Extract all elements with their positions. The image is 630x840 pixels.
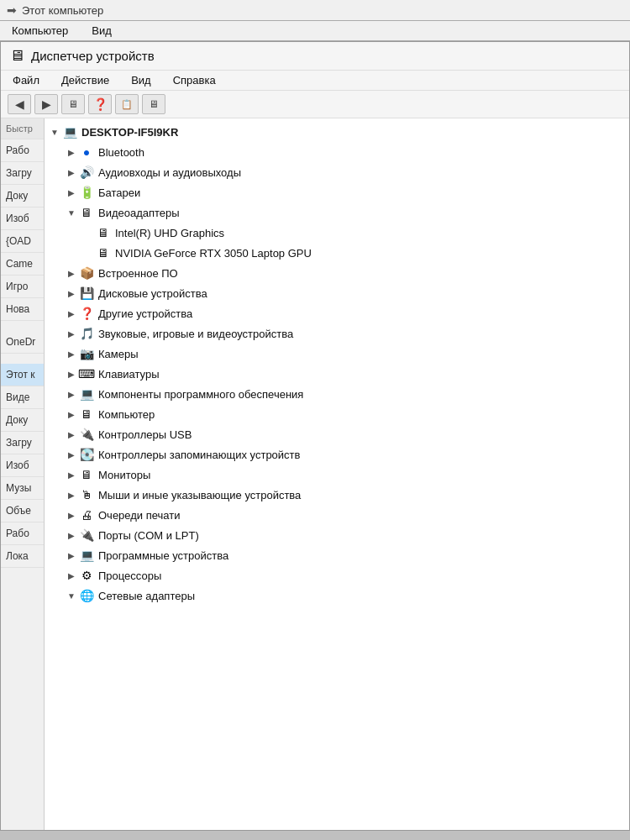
help-button[interactable]: ❓ <box>88 94 112 114</box>
monitors-label: Мониторы <box>98 469 150 481</box>
sidebar-item-2[interactable]: Доку <box>1 185 44 207</box>
keyboards-label: Клавиатуры <box>98 368 160 381</box>
battery-node[interactable]: ▶ 🔋 Батареи <box>45 182 629 202</box>
sidebar-item-objects[interactable]: Объе <box>1 500 44 522</box>
storage-controllers-expander[interactable]: ▶ <box>65 448 78 461</box>
audio-node[interactable]: ▶ 🔊 Аудиовходы и аудиовыходы <box>45 162 629 182</box>
cameras-node[interactable]: ▶ 📷 Камеры <box>45 344 629 364</box>
software-components-icon: 💻 <box>78 386 95 402</box>
computer-cat-icon: 🖥 <box>78 406 95 423</box>
sidebar-item-6[interactable]: Игро <box>1 276 44 298</box>
sidebar-item-sep1 <box>1 321 44 331</box>
nvidia-gpu-node[interactable]: 🖥 NVIDIA GeForce RTX 3050 Laptop GPU <box>45 243 629 263</box>
sidebar-item-3[interactable]: Изоб <box>1 207 44 230</box>
usb-node[interactable]: ▶ 🔌 Контроллеры USB <box>45 424 629 444</box>
sidebar-item-onedrive[interactable]: OneDr <box>1 331 44 354</box>
forward-button[interactable]: ▶ <box>34 94 58 114</box>
dm-menu-action[interactable]: Действие <box>56 72 114 88</box>
disk-expander[interactable]: ▶ <box>65 286 78 300</box>
print-queue-expander[interactable]: ▶ <box>65 508 78 522</box>
update-button[interactable]: 🖥 <box>142 94 165 114</box>
other-devices-expander[interactable]: ▶ <box>65 307 78 320</box>
disk-node[interactable]: ▶ 💾 Дисковые устройства <box>45 283 629 303</box>
ports-expander[interactable]: ▶ <box>65 528 78 542</box>
intel-gpu-node[interactable]: 🖥 Intel(R) UHD Graphics <box>45 223 629 243</box>
audio-expander[interactable]: ▶ <box>65 165 78 179</box>
cameras-expander[interactable]: ▶ <box>65 347 78 360</box>
outer-menu-computer[interactable]: Компьютер <box>7 23 73 39</box>
ports-label: Порты (COM и LPT) <box>98 529 199 542</box>
dm-menu-view[interactable]: Вид <box>126 72 156 88</box>
usb-expander[interactable]: ▶ <box>65 428 78 441</box>
mice-node[interactable]: ▶ 🖱 Мыши и иные указывающие устройства <box>45 485 629 505</box>
ports-node[interactable]: ▶ 🔌 Порты (COM и LPT) <box>45 525 629 545</box>
sidebar-quick-access: Быстр <box>1 118 44 139</box>
software-components-node[interactable]: ▶ 💻 Компоненты программного обеспечения <box>45 384 629 404</box>
other-devices-node[interactable]: ▶ ❓ Другие устройства <box>45 303 629 323</box>
computer-button[interactable]: 🖥 <box>61 94 85 114</box>
sound-expander[interactable]: ▶ <box>65 327 78 340</box>
computer-cat-expander[interactable]: ▶ <box>65 407 78 421</box>
sidebar-item-7[interactable]: Нова <box>1 298 44 321</box>
computer-cat-node[interactable]: ▶ 🖥 Компьютер <box>45 404 629 424</box>
processors-node[interactable]: ▶ ⚙ Процессоры <box>45 565 629 585</box>
network-adapters-node[interactable]: ▼ 🌐 Сетевые адаптеры <box>45 585 629 606</box>
dm-menu-help[interactable]: Справка <box>168 72 221 88</box>
mice-icon: 🖱 <box>78 486 95 503</box>
processors-expander[interactable]: ▶ <box>65 569 78 582</box>
sidebar-item-video[interactable]: Виде <box>1 386 44 409</box>
dm-title-icon: 🖥 <box>9 47 24 65</box>
battery-expander[interactable]: ▶ <box>65 186 78 199</box>
firmware-node[interactable]: ▶ 📦 Встроенное ПО <box>45 263 629 283</box>
sidebar-item-desktop[interactable]: Рабо <box>1 522 44 545</box>
computer-root-node[interactable]: ▼ 💻 DESKTOP-IF5I9KR <box>45 122 629 142</box>
sidebar-item-5[interactable]: Came <box>1 253 44 276</box>
software-devices-icon: 💻 <box>78 547 95 564</box>
sidebar-item-4[interactable]: {OAD <box>1 230 44 253</box>
back-button[interactable]: ◀ <box>8 94 31 114</box>
sidebar-item-thispc[interactable]: Этот к <box>1 364 44 386</box>
device-tree[interactable]: ▼ 💻 DESKTOP-IF5I9KR ▶ ● Bluetooth ▶ 🔊 Ау… <box>45 118 629 830</box>
computer-icon: 💻 <box>61 123 78 140</box>
monitors-expander[interactable]: ▶ <box>65 468 78 481</box>
keyboards-expander[interactable]: ▶ <box>65 367 78 381</box>
bluetooth-node[interactable]: ▶ ● Bluetooth <box>45 142 629 162</box>
keyboards-node[interactable]: ▶ ⌨ Клавиатуры <box>45 364 629 384</box>
software-components-expander[interactable]: ▶ <box>65 387 78 401</box>
print-queue-node[interactable]: ▶ 🖨 Очереди печати <box>45 505 629 525</box>
bluetooth-icon: ● <box>78 144 95 160</box>
firmware-label: Встроенное ПО <box>98 267 178 280</box>
bluetooth-expander[interactable]: ▶ <box>65 145 78 159</box>
sidebar-item-down[interactable]: Загру <box>1 432 44 454</box>
outer-menu-view[interactable]: Вид <box>87 23 117 39</box>
video-adapters-expander[interactable]: ▼ <box>65 206 78 219</box>
monitors-icon: 🖥 <box>78 466 95 483</box>
print-queue-label: Очереди печати <box>98 509 181 522</box>
monitors-node[interactable]: ▶ 🖥 Мониторы <box>45 465 629 485</box>
software-devices-node[interactable]: ▶ 💻 Программные устройства <box>45 545 629 565</box>
sound-node[interactable]: ▶ 🎵 Звуковые, игровые и видеоустройства <box>45 323 629 344</box>
sidebar-item-1[interactable]: Загру <box>1 162 44 185</box>
firmware-expander[interactable]: ▶ <box>65 266 78 280</box>
ports-icon: 🔌 <box>78 527 95 543</box>
title-icon: ➡ <box>7 3 17 17</box>
sidebar-item-sep2 <box>1 354 44 364</box>
cameras-label: Камеры <box>98 348 139 360</box>
battery-icon: 🔋 <box>78 184 95 201</box>
sidebar-item-images[interactable]: Изоб <box>1 454 44 477</box>
network-adapters-expander[interactable]: ▼ <box>65 589 78 602</box>
sound-label: Звуковые, игровые и видеоустройства <box>98 328 293 340</box>
computer-expander[interactable]: ▼ <box>48 125 61 139</box>
dm-menu-file[interactable]: Файл <box>8 72 45 88</box>
video-adapters-label: Видеоадаптеры <box>98 207 180 219</box>
sidebar-item-docs[interactable]: Доку <box>1 409 44 432</box>
storage-controllers-node[interactable]: ▶ 💽 Контроллеры запоминающих устройств <box>45 444 629 465</box>
video-adapters-node[interactable]: ▼ 🖥 Видеоадаптеры <box>45 202 629 223</box>
sidebar-item-local[interactable]: Лока <box>1 545 44 568</box>
sidebar-item-music[interactable]: Музы <box>1 477 44 500</box>
sidebar-item-0[interactable]: Рабо <box>1 139 44 162</box>
software-devices-expander[interactable]: ▶ <box>65 549 78 562</box>
mice-expander[interactable]: ▶ <box>65 488 78 501</box>
audio-icon: 🔊 <box>78 164 95 181</box>
properties-button[interactable]: 📋 <box>115 94 139 114</box>
